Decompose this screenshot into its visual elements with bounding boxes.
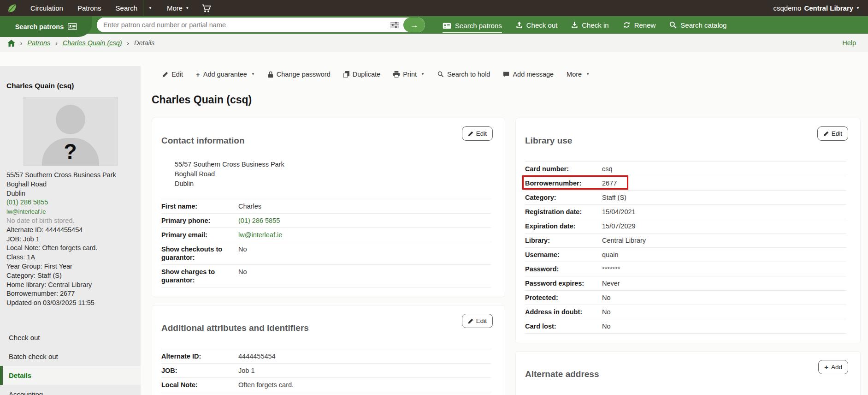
patron-info-line: Borrowernumber: 2677 (6, 289, 134, 299)
patron-info-line: Home library: Central Library (6, 281, 134, 290)
field-value: 15/07/2029 (602, 222, 636, 230)
contact-address-block: 55/57 Southern Cross Business Park Bogha… (175, 160, 491, 189)
pencil-icon (468, 131, 473, 137)
search-patrons-tab-label: Search patrons (15, 23, 64, 30)
avatar-question-mark: ? (64, 139, 77, 164)
field-label: Alternate ID: (161, 352, 238, 360)
patron-sidebar: Charles Quain (csq) ? 55/57 Southern Cro… (0, 66, 141, 395)
quicklink-renew[interactable]: Renew (623, 16, 656, 34)
library-use-edit-button[interactable]: Edit (817, 126, 848, 141)
tool-label: Change password (277, 71, 331, 78)
field-label: Show checkouts to guarantor: (161, 245, 238, 262)
right-column: Edit Library use Card number: csq Borrow… (515, 118, 861, 395)
cart-icon[interactable] (202, 4, 211, 12)
nav-patrons[interactable]: Patrons (77, 4, 101, 12)
id-card-icon (443, 23, 451, 29)
field-value: ******* (602, 265, 620, 273)
change-password-button[interactable]: Change password (268, 71, 331, 78)
duplicate-icon (343, 71, 349, 78)
patron-email-link[interactable]: lw@interleaf.ie (6, 207, 134, 216)
contact-field-rows: First name: Charles Primary phone: (01) … (161, 199, 491, 287)
left-column: Edit Contact information 55/57 Southern … (152, 118, 505, 395)
search-filters-icon[interactable] (390, 22, 399, 28)
patron-search-capsule: → (97, 18, 425, 32)
field-label: Address in doubt: (525, 308, 602, 316)
pencil-icon (468, 318, 473, 324)
primary-email-link[interactable]: lw@interleaf.ie (238, 231, 282, 239)
arrow-up-from-tray-icon (516, 21, 523, 29)
field-row: Primary phone: (01) 286 5855 (161, 214, 491, 228)
user-login: csqdemo (774, 4, 802, 12)
sidebar-item-accounting[interactable]: Accounting (0, 385, 141, 395)
sidebar-item-check-out[interactable]: Check out (0, 328, 141, 347)
field-row: Password expires: Never (525, 276, 846, 291)
patron-address-line2: Boghall Road (6, 180, 134, 189)
field-value: Never (602, 279, 620, 287)
breadcrumb-patron-name[interactable]: Charles Quain (csq) (63, 39, 122, 47)
more-button[interactable]: More ▼ (567, 71, 590, 78)
field-row: Primary email: lw@interleaf.ie (161, 228, 491, 242)
edit-button-label: Edit (476, 317, 487, 324)
home-icon[interactable] (7, 40, 15, 47)
field-row: Registration date: 15/04/2021 (525, 205, 846, 219)
nav-more[interactable]: More▼ (167, 4, 189, 12)
field-value: 4444455454 (238, 352, 276, 360)
nav-search[interactable]: Search (116, 4, 138, 12)
quicklink-check-in[interactable]: Check in (571, 16, 608, 34)
field-row: First name: Charles (161, 199, 491, 214)
id-card-icon (68, 23, 77, 30)
edit-button[interactable]: Edit (162, 71, 183, 78)
quicklink-label: Check out (526, 21, 558, 29)
arrow-right-icon: → (410, 20, 419, 30)
quicklink-search-catalog[interactable]: Search catalog (669, 16, 726, 34)
field-label: Primary phone: (161, 216, 238, 225)
patron-info-line: Alternate ID: 4444455454 (6, 226, 134, 235)
breadcrumb-separator: › (127, 40, 129, 47)
header-quick-links: Search patrons Check out Check in (443, 16, 726, 34)
quicklink-search-patrons[interactable]: Search patrons (443, 16, 502, 34)
magnifier-icon (437, 71, 444, 78)
lock-icon (268, 71, 273, 78)
patron-phone-link[interactable]: (01) 286 5855 (6, 198, 134, 207)
duplicate-button[interactable]: Duplicate (343, 71, 380, 78)
magnifier-icon (669, 21, 677, 29)
nav-search-dropdown[interactable]: ▼ (148, 6, 152, 10)
field-row: Protected: No (525, 291, 846, 305)
caret-down-icon: ▼ (148, 6, 152, 10)
primary-phone-link[interactable]: (01) 286 5855 (238, 216, 280, 225)
caret-down-icon: ▼ (421, 72, 425, 76)
print-button[interactable]: Print ▼ (393, 71, 425, 78)
content-columns: Edit Contact information 55/57 Southern … (152, 118, 861, 395)
pencil-icon (162, 72, 168, 78)
breadcrumb-patrons[interactable]: Patrons (27, 39, 50, 47)
field-value: Staff (S) (602, 193, 626, 202)
caret-down-icon: ▼ (856, 6, 860, 10)
search-patrons-tab[interactable]: Search patrons (0, 16, 92, 37)
main-content: Edit + Add guarantee ▼ Change password D… (141, 52, 868, 395)
sidebar-item-batch-check-out[interactable]: Batch check out (0, 347, 141, 366)
add-guarantee-button[interactable]: + Add guarantee ▼ (196, 71, 255, 78)
nav-circulation[interactable]: Circulation (30, 4, 63, 12)
field-row: JOB: Job 1 (161, 364, 491, 378)
additional-edit-button[interactable]: Edit (462, 314, 493, 328)
add-message-button[interactable]: Add message (503, 71, 554, 78)
sidebar-item-details[interactable]: Details (0, 366, 141, 385)
logged-in-user-menu[interactable]: csqdemo Central Library ▼ (774, 4, 860, 12)
library-use-panel: Edit Library use Card number: csq Borrow… (515, 118, 861, 343)
search-to-hold-button[interactable]: Search to hold (437, 71, 490, 78)
field-value: No (602, 322, 611, 330)
field-value: Job 1 (238, 366, 254, 375)
field-row: Category: Staff (S) (525, 191, 846, 205)
field-label: Expiration date: (525, 222, 602, 230)
field-value: Central Library (602, 236, 646, 245)
field-label: JOB: (161, 366, 238, 375)
patron-search-input[interactable] (97, 18, 390, 32)
caret-down-icon: ▼ (586, 72, 590, 76)
alternate-address-panel: + Add Alternate address (515, 351, 861, 395)
contact-edit-button[interactable]: Edit (462, 126, 493, 141)
alternate-address-add-button[interactable]: + Add (818, 360, 848, 374)
tool-label: Add message (513, 71, 554, 78)
quicklink-check-out[interactable]: Check out (516, 16, 558, 34)
help-link[interactable]: Help (842, 39, 856, 47)
search-submit-button[interactable]: → (403, 18, 425, 32)
